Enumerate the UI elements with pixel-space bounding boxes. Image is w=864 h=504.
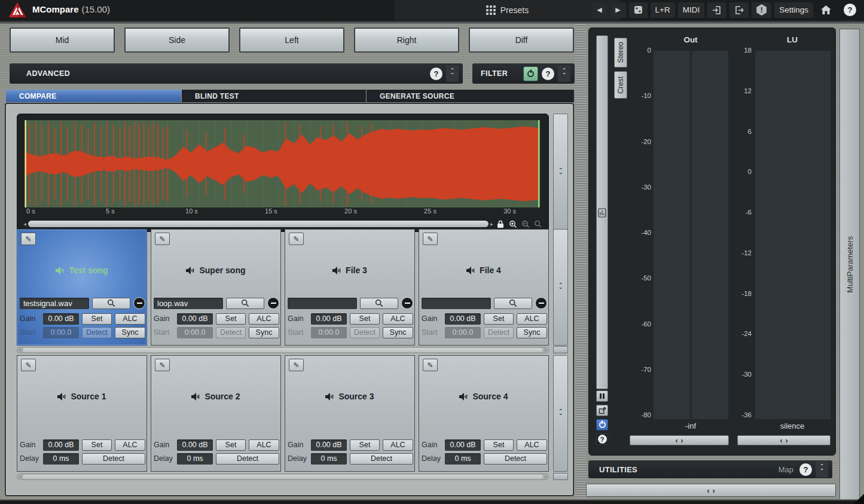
alc-button[interactable]: ALC <box>383 439 413 451</box>
advanced-help-button[interactable]: ? <box>430 68 442 80</box>
gain-value[interactable]: 0.00 dB <box>311 313 347 325</box>
start-value[interactable]: 0:00.0 <box>177 327 213 338</box>
next-preset-button[interactable]: ▶ <box>610 2 626 18</box>
presets-button[interactable]: Presets <box>395 0 620 20</box>
waveform-hscroll-thumb[interactable] <box>28 221 489 227</box>
scroll-right-icon[interactable]: ▸ <box>490 221 493 227</box>
advanced-section-bar[interactable]: ADVANCED ? ˆˇ <box>10 63 463 84</box>
source-row-vscrollbar[interactable]: ˆˇ <box>553 355 568 472</box>
detect-start-button[interactable]: Detect <box>350 327 380 338</box>
scroll-left-icon[interactable]: ◂ <box>19 348 21 353</box>
rename-button[interactable]: ✎ <box>289 359 304 371</box>
gain-value[interactable]: 0.00 dB <box>445 439 481 451</box>
detect-start-button[interactable]: Detect <box>82 327 112 338</box>
notifications-button[interactable]: ! <box>752 2 771 18</box>
rename-button[interactable]: ✎ <box>21 233 36 245</box>
lu-meter-range-slider[interactable]: ‹› <box>737 435 831 445</box>
tab-compare[interactable]: COMPARE <box>6 90 181 102</box>
source-row-hscrollbar[interactable]: ◂▸ <box>17 474 549 480</box>
filename-field[interactable] <box>288 298 357 309</box>
tab-blind-test[interactable]: BLIND TEST <box>182 90 366 102</box>
start-value[interactable]: 0:00.0 <box>43 327 79 338</box>
source-slot-3[interactable]: ✎Source 3Gain0.00 dBSetALCDelay0 msDetec… <box>285 355 415 472</box>
source-slot-4[interactable]: ✎Source 4Gain0.00 dBSetALCDelay0 msDetec… <box>419 355 549 472</box>
set-gain-button[interactable]: Set <box>350 313 380 325</box>
scroll-left-icon[interactable]: ◂ <box>23 221 26 227</box>
tab-stereo[interactable]: Stereo <box>614 38 627 68</box>
file-row-vscrollbar[interactable]: ˆˇ <box>553 229 568 346</box>
alc-button[interactable]: ALC <box>249 313 279 325</box>
zoom-in-button[interactable] <box>507 219 518 228</box>
file-slot-4[interactable]: ✎File 4Gain0.00 dBSetALCStart0:00.0Detec… <box>419 229 549 346</box>
delay-value[interactable]: 0 ms <box>177 453 213 465</box>
delay-value[interactable]: 0 ms <box>311 453 347 465</box>
filter-help-button[interactable]: ? <box>542 68 554 80</box>
eject-file-button[interactable] <box>401 297 413 309</box>
channel-button-side[interactable]: Side <box>124 28 230 53</box>
sync-button[interactable]: Sync <box>249 327 279 338</box>
zoom-lock-button[interactable] <box>494 219 506 228</box>
waveform-panel[interactable]: 0 s5 s10 s15 s20 s25 s30 s ◂ ▸ <box>17 114 549 232</box>
meter-popup-button[interactable] <box>596 405 608 416</box>
filter-collapse-button[interactable]: ˆˇ <box>558 65 570 82</box>
detect-delay-button[interactable]: Detect <box>484 453 547 465</box>
file-slot-3[interactable]: ✎File 3Gain0.00 dBSetALCStart0:00.0Detec… <box>285 229 415 346</box>
zoom-out-button[interactable] <box>520 219 531 228</box>
set-gain-button[interactable]: Set <box>216 439 246 451</box>
gain-value[interactable]: 0.00 dB <box>311 439 347 451</box>
start-value[interactable]: 0:00.0 <box>311 327 347 338</box>
channel-mode-button[interactable]: L+R <box>651 2 675 18</box>
previous-preset-button[interactable]: ◀ <box>592 2 607 18</box>
utilities-section-bar[interactable]: UTILITIES Map ? ˆˇ <box>588 460 832 478</box>
browse-file-button[interactable] <box>92 298 130 309</box>
set-gain-button[interactable]: Set <box>82 439 112 451</box>
delay-value[interactable]: 0 ms <box>445 453 481 465</box>
set-gain-button[interactable]: Set <box>350 439 380 451</box>
detect-delay-button[interactable]: Detect <box>82 453 145 465</box>
settings-button[interactable]: Settings <box>774 2 813 18</box>
gain-value[interactable]: 0.00 dB <box>43 439 79 451</box>
filename-field[interactable] <box>422 298 491 309</box>
export-settings-button[interactable] <box>729 2 749 18</box>
rename-button[interactable]: ✎ <box>21 359 36 371</box>
utilities-help-button[interactable]: ? <box>799 463 812 476</box>
gain-value[interactable]: 0.00 dB <box>43 313 79 325</box>
scroll-right-icon[interactable]: ▸ <box>545 348 547 353</box>
rename-button[interactable]: ✎ <box>423 359 438 371</box>
tab-crest[interactable]: Crest <box>614 71 627 99</box>
sync-button[interactable]: Sync <box>115 327 145 338</box>
hscroll-thumb[interactable] <box>23 348 543 352</box>
filename-field[interactable]: testsignal.wav <box>20 298 89 309</box>
out-meter-range-slider[interactable]: ‹› <box>630 435 729 445</box>
filter-section-bar[interactable]: FILTER ? ˆˇ <box>472 63 575 84</box>
alc-button[interactable]: ALC <box>383 313 413 325</box>
scroll-left-icon[interactable]: ◂ <box>19 475 21 479</box>
utilities-slider[interactable]: ‹› <box>586 484 836 497</box>
source-slot-2[interactable]: ✎Source 2Gain0.00 dBSetALCDelay0 msDetec… <box>151 355 281 472</box>
start-value[interactable]: 0:00.0 <box>445 327 481 338</box>
browse-file-button[interactable] <box>226 298 264 309</box>
scrollbar-corner[interactable] <box>553 346 568 353</box>
channel-button-right[interactable]: Right <box>354 28 459 53</box>
zoom-reset-button[interactable] <box>532 219 544 228</box>
rename-button[interactable]: ✎ <box>423 233 438 245</box>
waveform-display[interactable] <box>25 120 540 207</box>
home-button[interactable] <box>816 2 836 18</box>
eject-file-button[interactable] <box>133 297 145 309</box>
meter-pause-button[interactable] <box>596 390 608 402</box>
help-button[interactable]: ? <box>839 2 861 18</box>
delay-value[interactable]: 0 ms <box>43 453 79 465</box>
file-slot-2[interactable]: ✎Super songloop.wavGain0.00 dBSetALCStar… <box>151 229 281 346</box>
set-gain-button[interactable]: Set <box>216 313 246 325</box>
scrollbar-corner[interactable] <box>553 473 568 480</box>
detect-start-button[interactable]: Detect <box>216 327 246 338</box>
random-preset-button[interactable] <box>629 2 648 18</box>
gain-value[interactable]: 0.00 dB <box>177 439 213 451</box>
gain-value[interactable]: 0.00 dB <box>177 313 213 325</box>
gain-value[interactable]: 0.00 dB <box>445 313 481 325</box>
midi-button[interactable]: MIDI <box>678 2 705 18</box>
utilities-collapse-button[interactable]: ˆˇ <box>816 461 828 478</box>
alc-button[interactable]: ALC <box>115 313 145 325</box>
alc-button[interactable]: ALC <box>517 313 547 325</box>
alc-button[interactable]: ALC <box>249 439 279 451</box>
